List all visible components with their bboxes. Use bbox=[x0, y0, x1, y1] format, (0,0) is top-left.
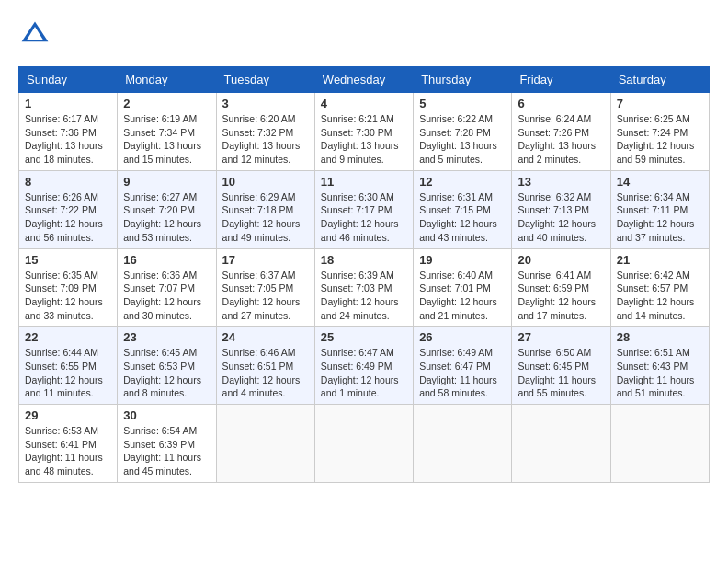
calendar-cell: 11Sunrise: 6:30 AM Sunset: 7:17 PM Dayli… bbox=[314, 170, 413, 248]
day-number: 5 bbox=[419, 97, 506, 110]
day-info: Sunrise: 6:29 AM Sunset: 7:18 PM Dayligh… bbox=[222, 190, 309, 245]
day-number: 26 bbox=[419, 330, 506, 344]
col-header-friday: Friday bbox=[512, 67, 610, 93]
day-info: Sunrise: 6:26 AM Sunset: 7:22 PM Dayligh… bbox=[25, 190, 111, 245]
day-info: Sunrise: 6:36 AM Sunset: 7:07 PM Dayligh… bbox=[123, 269, 210, 323]
calendar-cell: 7Sunrise: 6:25 AM Sunset: 7:24 PM Daylig… bbox=[610, 93, 709, 171]
day-info: Sunrise: 6:35 AM Sunset: 7:09 PM Dayligh… bbox=[25, 269, 111, 323]
calendar-cell bbox=[414, 405, 512, 483]
day-number: 7 bbox=[617, 97, 703, 110]
calendar-cell: 5Sunrise: 6:22 AM Sunset: 7:28 PM Daylig… bbox=[414, 93, 512, 171]
day-number: 28 bbox=[617, 330, 703, 344]
day-number: 24 bbox=[222, 330, 309, 344]
day-info: Sunrise: 6:24 AM Sunset: 7:26 PM Dayligh… bbox=[518, 112, 604, 167]
day-number: 16 bbox=[123, 253, 210, 267]
day-number: 23 bbox=[123, 330, 210, 344]
day-number: 19 bbox=[419, 253, 506, 267]
day-info: Sunrise: 6:40 AM Sunset: 7:01 PM Dayligh… bbox=[419, 269, 506, 323]
day-number: 14 bbox=[617, 175, 703, 189]
day-info: Sunrise: 6:21 AM Sunset: 7:30 PM Dayligh… bbox=[321, 112, 407, 167]
day-number: 2 bbox=[123, 97, 210, 110]
day-number: 4 bbox=[321, 97, 407, 110]
day-info: Sunrise: 6:37 AM Sunset: 7:05 PM Dayligh… bbox=[222, 269, 309, 323]
calendar-cell bbox=[610, 405, 709, 483]
day-info: Sunrise: 6:53 AM Sunset: 6:41 PM Dayligh… bbox=[25, 424, 111, 478]
calendar-week-row: 29Sunrise: 6:53 AM Sunset: 6:41 PM Dayli… bbox=[19, 405, 710, 483]
day-info: Sunrise: 6:34 AM Sunset: 7:11 PM Dayligh… bbox=[617, 190, 703, 245]
day-info: Sunrise: 6:32 AM Sunset: 7:13 PM Dayligh… bbox=[518, 190, 604, 245]
calendar-cell: 2Sunrise: 6:19 AM Sunset: 7:34 PM Daylig… bbox=[118, 93, 216, 171]
day-info: Sunrise: 6:25 AM Sunset: 7:24 PM Dayligh… bbox=[617, 112, 703, 167]
calendar-header-row: SundayMondayTuesdayWednesdayThursdayFrid… bbox=[19, 67, 710, 93]
day-info: Sunrise: 6:42 AM Sunset: 6:57 PM Dayligh… bbox=[617, 269, 703, 323]
day-number: 1 bbox=[25, 97, 111, 110]
calendar-cell: 21Sunrise: 6:42 AM Sunset: 6:57 PM Dayli… bbox=[610, 248, 709, 327]
day-info: Sunrise: 6:22 AM Sunset: 7:28 PM Dayligh… bbox=[419, 112, 506, 167]
day-info: Sunrise: 6:45 AM Sunset: 6:53 PM Dayligh… bbox=[123, 346, 210, 400]
day-info: Sunrise: 6:44 AM Sunset: 6:55 PM Dayligh… bbox=[25, 346, 111, 400]
calendar-cell: 16Sunrise: 6:36 AM Sunset: 7:07 PM Dayli… bbox=[118, 248, 216, 327]
day-info: Sunrise: 6:17 AM Sunset: 7:36 PM Dayligh… bbox=[25, 112, 111, 167]
day-info: Sunrise: 6:39 AM Sunset: 7:03 PM Dayligh… bbox=[321, 269, 407, 323]
day-number: 9 bbox=[123, 175, 210, 189]
day-number: 22 bbox=[25, 330, 111, 344]
day-info: Sunrise: 6:46 AM Sunset: 6:51 PM Dayligh… bbox=[222, 346, 309, 400]
calendar-cell: 13Sunrise: 6:32 AM Sunset: 7:13 PM Dayli… bbox=[512, 170, 610, 248]
col-header-monday: Monday bbox=[118, 67, 216, 93]
calendar-cell: 23Sunrise: 6:45 AM Sunset: 6:53 PM Dayli… bbox=[118, 327, 216, 405]
day-number: 11 bbox=[321, 175, 407, 189]
day-number: 20 bbox=[518, 253, 604, 267]
calendar-cell: 10Sunrise: 6:29 AM Sunset: 7:18 PM Dayli… bbox=[216, 170, 314, 248]
calendar-cell bbox=[314, 405, 413, 483]
day-number: 21 bbox=[617, 253, 703, 267]
calendar-cell: 19Sunrise: 6:40 AM Sunset: 7:01 PM Dayli… bbox=[414, 248, 512, 327]
day-info: Sunrise: 6:27 AM Sunset: 7:20 PM Dayligh… bbox=[123, 190, 210, 245]
col-header-tuesday: Tuesday bbox=[216, 67, 314, 93]
calendar-cell: 26Sunrise: 6:49 AM Sunset: 6:47 PM Dayli… bbox=[414, 327, 512, 405]
calendar-cell: 6Sunrise: 6:24 AM Sunset: 7:26 PM Daylig… bbox=[512, 93, 610, 171]
day-number: 6 bbox=[518, 97, 604, 110]
day-info: Sunrise: 6:41 AM Sunset: 6:59 PM Dayligh… bbox=[518, 269, 604, 323]
calendar-cell: 27Sunrise: 6:50 AM Sunset: 6:45 PM Dayli… bbox=[512, 327, 610, 405]
calendar-cell: 22Sunrise: 6:44 AM Sunset: 6:55 PM Dayli… bbox=[19, 327, 118, 405]
day-info: Sunrise: 6:19 AM Sunset: 7:34 PM Dayligh… bbox=[123, 112, 210, 167]
calendar-cell bbox=[216, 405, 314, 483]
calendar-cell: 8Sunrise: 6:26 AM Sunset: 7:22 PM Daylig… bbox=[19, 170, 118, 248]
day-info: Sunrise: 6:30 AM Sunset: 7:17 PM Dayligh… bbox=[321, 190, 407, 245]
day-number: 29 bbox=[25, 408, 111, 422]
day-number: 3 bbox=[222, 97, 309, 110]
day-number: 13 bbox=[518, 175, 604, 189]
col-header-saturday: Saturday bbox=[610, 67, 709, 93]
col-header-thursday: Thursday bbox=[414, 67, 512, 93]
col-header-sunday: Sunday bbox=[19, 67, 118, 93]
day-number: 10 bbox=[222, 175, 309, 189]
calendar-cell: 20Sunrise: 6:41 AM Sunset: 6:59 PM Dayli… bbox=[512, 248, 610, 327]
day-info: Sunrise: 6:49 AM Sunset: 6:47 PM Dayligh… bbox=[419, 346, 506, 400]
day-number: 8 bbox=[25, 175, 111, 189]
logo bbox=[18, 18, 55, 52]
calendar-table: SundayMondayTuesdayWednesdayThursdayFrid… bbox=[18, 66, 710, 483]
day-number: 25 bbox=[321, 330, 407, 344]
calendar-week-row: 15Sunrise: 6:35 AM Sunset: 7:09 PM Dayli… bbox=[19, 248, 710, 327]
calendar-cell: 25Sunrise: 6:47 AM Sunset: 6:49 PM Dayli… bbox=[314, 327, 413, 405]
calendar-cell: 24Sunrise: 6:46 AM Sunset: 6:51 PM Dayli… bbox=[216, 327, 314, 405]
col-header-wednesday: Wednesday bbox=[314, 67, 413, 93]
calendar-week-row: 1Sunrise: 6:17 AM Sunset: 7:36 PM Daylig… bbox=[19, 93, 710, 171]
day-number: 12 bbox=[419, 175, 506, 189]
calendar-cell: 9Sunrise: 6:27 AM Sunset: 7:20 PM Daylig… bbox=[118, 170, 216, 248]
calendar-cell: 4Sunrise: 6:21 AM Sunset: 7:30 PM Daylig… bbox=[314, 93, 413, 171]
day-number: 27 bbox=[518, 330, 604, 344]
calendar-cell: 12Sunrise: 6:31 AM Sunset: 7:15 PM Dayli… bbox=[414, 170, 512, 248]
day-info: Sunrise: 6:31 AM Sunset: 7:15 PM Dayligh… bbox=[419, 190, 506, 245]
logo-icon bbox=[18, 18, 51, 52]
calendar-cell: 29Sunrise: 6:53 AM Sunset: 6:41 PM Dayli… bbox=[19, 405, 118, 483]
day-info: Sunrise: 6:20 AM Sunset: 7:32 PM Dayligh… bbox=[222, 112, 309, 167]
day-number: 30 bbox=[123, 408, 210, 422]
day-info: Sunrise: 6:50 AM Sunset: 6:45 PM Dayligh… bbox=[518, 346, 604, 400]
header bbox=[18, 18, 710, 52]
calendar-cell: 17Sunrise: 6:37 AM Sunset: 7:05 PM Dayli… bbox=[216, 248, 314, 327]
day-info: Sunrise: 6:54 AM Sunset: 6:39 PM Dayligh… bbox=[123, 424, 210, 478]
calendar-cell: 18Sunrise: 6:39 AM Sunset: 7:03 PM Dayli… bbox=[314, 248, 413, 327]
calendar-cell: 28Sunrise: 6:51 AM Sunset: 6:43 PM Dayli… bbox=[610, 327, 709, 405]
day-number: 17 bbox=[222, 253, 309, 267]
